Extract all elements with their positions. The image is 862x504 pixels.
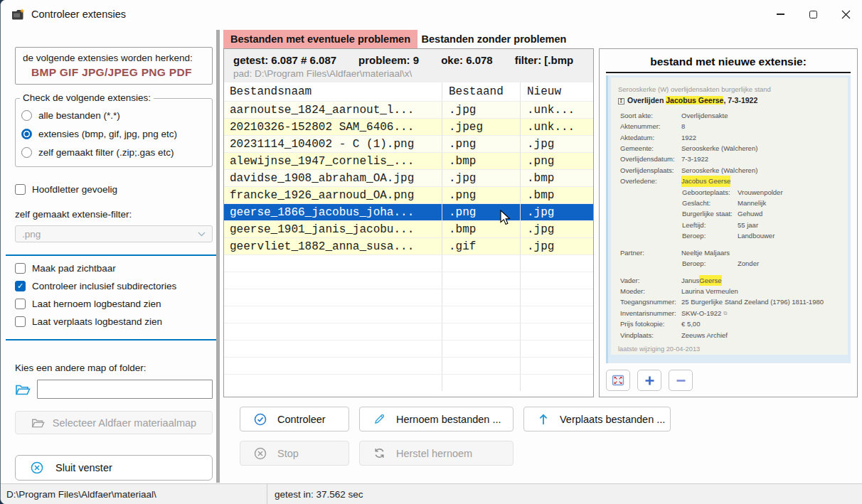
app-window: Controleer extensies de volgende extensi… — [0, 0, 862, 504]
cell-existing: .jpg — [442, 170, 520, 186]
check-extensions-legend: Check de volgende extensies: — [20, 92, 154, 103]
fit-to-window-button[interactable] — [606, 370, 630, 391]
cell-new: .jpg — [520, 221, 593, 237]
maximize-icon — [809, 11, 817, 18]
scanned-path: pad: D:\Program Files\Aldfaer\materiaal\… — [233, 68, 585, 79]
checkbox-icon — [15, 184, 26, 195]
radio-selected-icon — [21, 129, 32, 139]
cell-filename: francke_1926_aarnoud_OA.png — [224, 189, 442, 202]
cell-existing: .png — [442, 204, 520, 220]
doc-heading: ↥ Overlijden Jacobus Geerse, 7-3-1922 — [618, 95, 844, 106]
recognized-extensions-box: de volgende extensies worden herkend: BM… — [15, 47, 213, 85]
close-circle-icon — [31, 461, 43, 474]
hernoem-bestanden-button[interactable]: Hernoem bestanden ... — [359, 407, 514, 431]
minimize-icon — [777, 14, 784, 14]
empty-row — [224, 374, 593, 391]
table-row[interactable]: geervliet_1882_anna_susa... .gif .jpg — [224, 237, 593, 254]
doc-subtitle: Serooskerke (W) overlijdensakten burgerl… — [618, 84, 844, 95]
tab-label: Bestanden met eventuele problemen — [230, 33, 410, 45]
checkbox-label: Maak pad zichtbaar — [32, 263, 116, 274]
panel-splitter[interactable] — [216, 30, 220, 483]
status-path: D:\Program Files\Aldfaer\materiaal\ — [1, 484, 267, 504]
table-row[interactable]: davidse_1908_abraham_OA.jpg .jpg .bmp — [224, 169, 593, 186]
recognized-extensions-label: de volgende extensies worden herkend: — [23, 53, 206, 63]
stat-tested: getest: 6.087 # 6.087 — [233, 54, 336, 66]
cell-filename: geerse_1901_janis_jacobu... — [224, 223, 442, 236]
folder-open-icon[interactable] — [15, 383, 31, 396]
checkbox-show-rename-log[interactable]: Laat hernoem logbestand zien — [15, 299, 213, 309]
select-materiaalmap-button[interactable]: Selecteer Aldfaer materiaalmap — [15, 411, 213, 434]
tab-files-without-problems[interactable]: Bestanden zonder problemen — [417, 30, 570, 48]
table-row[interactable]: aarnoutse_1824_aarnout_l... .jpg .unk... — [224, 101, 593, 118]
empty-row — [224, 272, 593, 289]
doc-field: Overlijdensplaats:Serooskerke (Walcheren… — [618, 165, 844, 176]
table-row[interactable]: 20210326-152802 SAM_6406... .jpeg .unk..… — [224, 118, 593, 135]
radio-icon — [21, 110, 32, 121]
extension-filter-dropdown[interactable]: .png — [15, 225, 213, 242]
stat-filter: filter: [.bmp — [515, 54, 574, 66]
controleer-button[interactable]: Controleer — [240, 407, 349, 431]
recognized-extensions-value: BMP GIF JPG/JPEG PNG PDF — [23, 63, 206, 80]
external-link-icon: ⧉ — [723, 308, 727, 318]
cell-existing: .jpeg — [442, 119, 520, 135]
radio-custom-filter[interactable]: zelf gemaakt filter (.zip;.gas etc) — [21, 147, 206, 158]
radio-known-extensions[interactable]: extensies (bmp, gif, jpg, png etc) — [21, 129, 206, 139]
sidebar: de volgende extensies worden herkend: BM… — [15, 28, 213, 481]
stop-button[interactable]: Stop — [240, 441, 349, 466]
table-header: Bestandsnaam Bestaand Nieuw — [224, 82, 593, 101]
checkbox-label: Controleer inclusief subdirectories — [32, 281, 176, 291]
cell-new: .bmp — [520, 187, 593, 203]
folder-input[interactable] — [37, 380, 213, 399]
empty-row — [224, 357, 593, 374]
doc-field: Prijs fotokopie:€ 5,00 — [618, 318, 844, 329]
doc-field: Inventarisnummer:SKW-O-1922⧉ — [618, 308, 844, 318]
preview-title-underline — [606, 72, 851, 73]
empty-row — [224, 340, 593, 357]
herstel-hernoem-button[interactable]: Herstel hernoem — [359, 441, 514, 466]
checkbox-case-sensitive[interactable]: Hoofdletter gevoelig — [15, 184, 213, 195]
minimize-button[interactable] — [764, 0, 797, 28]
column-header-filename[interactable]: Bestandsnaam — [224, 85, 442, 98]
doc-footer: laatste wijziging 20-04-2013 — [618, 344, 844, 355]
verplaats-bestanden-button[interactable]: Verplaats bestanden ... — [523, 407, 671, 431]
checkbox-show-move-log[interactable]: Laat verplaats logbestand zien — [15, 316, 213, 327]
record-icon: ↥ — [618, 98, 624, 104]
doc-field: Beroep:Landbouwer — [618, 230, 844, 241]
close-button[interactable] — [829, 0, 862, 28]
column-header-new[interactable]: Nieuw — [520, 82, 593, 101]
app-icon — [11, 8, 25, 21]
stop-circle-icon — [254, 447, 267, 460]
zoom-out-button[interactable] — [669, 370, 693, 391]
preview-document: Serooskerke (W) overlijdensakten burgerl… — [611, 77, 848, 355]
close-window-button[interactable]: Sluit venster — [15, 455, 213, 481]
check-extensions-group: Check de volgende extensies: alle bestan… — [15, 98, 213, 167]
cell-new: .bmp — [520, 170, 593, 186]
herstel-label: Herstel hernoem — [396, 448, 472, 459]
column-header-existing[interactable]: Bestaand — [442, 82, 520, 101]
tab-files-with-problems[interactable]: Bestanden met eventuele problemen — [223, 30, 417, 48]
chevron-down-icon — [198, 232, 206, 237]
status-test-time: getest in: 37.562 sec — [267, 489, 363, 500]
cell-existing: .bmp — [442, 153, 520, 169]
checkbox-include-subdirectories[interactable]: Controleer inclusief subdirectories — [15, 281, 213, 291]
titlebar: Controleer extensies — [1, 0, 862, 28]
zoom-in-button[interactable] — [637, 370, 661, 391]
table-row-selected[interactable]: geerse_1866_jacobus_joha... .png .jpg — [224, 203, 593, 220]
dropdown-value: .png — [22, 229, 41, 240]
table-row[interactable]: geerse_1901_janis_jacobu... .bmp .jpg — [224, 220, 593, 237]
choose-folder-label: Kies een andere map of folder: — [15, 363, 213, 373]
maximize-button[interactable] — [797, 0, 829, 28]
checkbox-show-path[interactable]: Maak pad zichtbaar — [15, 263, 213, 274]
preview-title: bestand met nieuwe extensie: — [600, 55, 857, 68]
divider — [6, 254, 217, 256]
radio-label: alle bestanden (*.*) — [38, 110, 120, 121]
results-panel: getest: 6.087 # 6.087 probleem: 9 oke: 6… — [223, 48, 594, 397]
cell-new: .unk... — [520, 102, 593, 118]
stat-problem: probleem: 9 — [358, 54, 419, 66]
table-row[interactable]: 20231114_104002 - C (1).png .png .jpg — [224, 135, 593, 152]
radio-all-files[interactable]: alle bestanden (*.*) — [21, 110, 206, 121]
table-row[interactable]: alewijnse_1947_cornelis_... .bmp .png — [224, 152, 593, 169]
table-row[interactable]: francke_1926_aarnoud_OA.png .png .bmp — [224, 186, 593, 203]
check-circle-icon — [254, 413, 267, 426]
tab-label: Bestanden zonder problemen — [422, 33, 567, 45]
